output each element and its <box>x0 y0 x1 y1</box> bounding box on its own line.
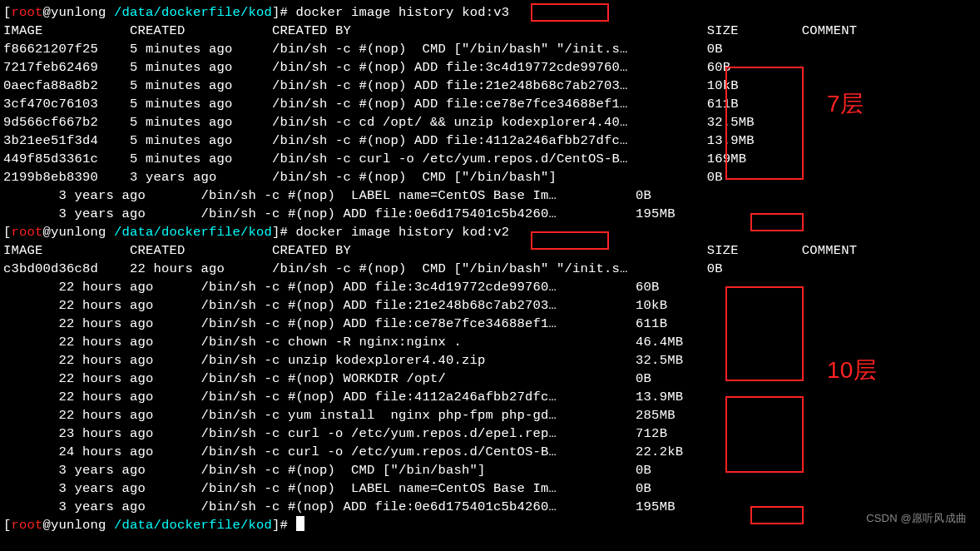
history-row: f86621207f25 5 minutes ago /bin/sh -c #(… <box>3 40 977 58</box>
prompt-line: [root@yunlong /data/dockerfile/kod]# doc… <box>3 3 977 22</box>
history-row: 3 years ago /bin/sh -c #(nop) ADD file:0… <box>3 205 977 223</box>
history-row: 3 years ago /bin/sh -c #(nop) LABEL name… <box>3 479 977 498</box>
history-row: 22 hours ago /bin/sh -c #(nop) ADD file:… <box>3 315 977 333</box>
annotation-10-layers: 10层 <box>827 361 877 380</box>
history-row: 3 years ago /bin/sh -c #(nop) LABEL name… <box>3 186 977 205</box>
history-row: 22 hours ago /bin/sh -c yum install ngin… <box>3 406 977 424</box>
history-row: c3bd00d36c8d 22 hours ago /bin/sh -c #(n… <box>3 260 977 278</box>
annotation-7-layers: 7层 <box>827 95 864 113</box>
prompt-line: [root@yunlong /data/dockerfile/kod]# doc… <box>3 223 977 241</box>
history-row: 22 hours ago /bin/sh -c #(nop) ADD file:… <box>3 278 977 296</box>
history-row: 22 hours ago /bin/sh -c chown -R nginx:n… <box>3 333 977 351</box>
history-row: 22 hours ago /bin/sh -c #(nop) ADD file:… <box>3 296 977 315</box>
history-row: 3b21ee51f3d4 5 minutes ago /bin/sh -c #(… <box>3 132 977 150</box>
history-row: 22 hours ago /bin/sh -c #(nop) ADD file:… <box>3 388 977 406</box>
cursor <box>296 516 304 531</box>
history-row: 7217feb62469 5 minutes ago /bin/sh -c #(… <box>3 58 977 77</box>
terminal[interactable]: [root@yunlong /data/dockerfile/kod]# doc… <box>3 3 977 534</box>
prompt-line[interactable]: [root@yunlong /data/dockerfile/kod]# <box>3 516 977 534</box>
watermark: CSDN @愿听风成曲 <box>866 509 967 528</box>
history-row: 449f85d3361c 5 minutes ago /bin/sh -c cu… <box>3 150 977 168</box>
history-row: 2199b8eb8390 3 years ago /bin/sh -c #(no… <box>3 168 977 186</box>
header-row: IMAGE CREATED CREATED BY SIZE COMMENT <box>3 22 977 40</box>
highlight-sizes-v2-b <box>725 396 804 473</box>
highlight-sizes-v2-a <box>725 286 804 381</box>
history-row: 3 years ago /bin/sh -c #(nop) ADD file:0… <box>3 498 977 516</box>
highlight-195mb-v3 <box>750 213 804 231</box>
highlight-sizes-v3 <box>725 67 804 180</box>
highlight-kod-v2 <box>531 231 609 250</box>
history-row: 23 hours ago /bin/sh -c curl -o /etc/yum… <box>3 424 977 443</box>
highlight-195mb-v2 <box>750 506 804 524</box>
header-row: IMAGE CREATED CREATED BY SIZE COMMENT <box>3 241 977 260</box>
history-row: 3 years ago /bin/sh -c #(nop) CMD ["/bin… <box>3 461 977 479</box>
history-row: 24 hours ago /bin/sh -c curl -o /etc/yum… <box>3 443 977 461</box>
highlight-kod-v3 <box>531 3 609 22</box>
